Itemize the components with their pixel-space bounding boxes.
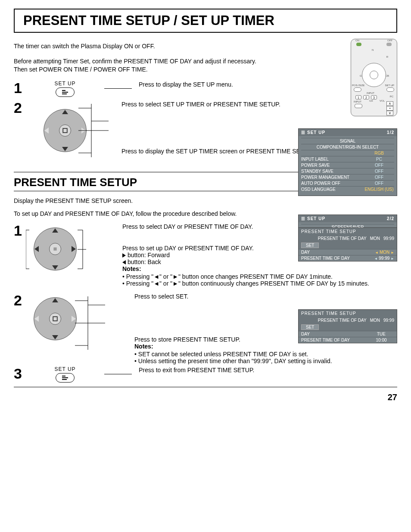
setup-button-graphic: SET UP	[33, 366, 97, 383]
panel-subheader: PRESENT TIME OF DAY MON 99:99	[299, 235, 397, 242]
pts-step-3: 3 SET UP Press to exit from PRESENT TIME…	[14, 366, 397, 383]
right-arrow-icon	[81, 128, 86, 134]
section2-intro-1: Display the PRESENT TIME SETUP screen.	[14, 197, 397, 204]
setup-button-icon	[56, 373, 75, 383]
menu-item: INPUT LABELPC	[301, 156, 394, 162]
up-arrow-icon	[62, 110, 68, 114]
panel-row: DAY ◄ MON ►	[299, 249, 397, 255]
input-button-icon	[355, 104, 362, 108]
step-number: 2	[14, 100, 26, 115]
page-title: PRESENT TIME SETUP / SET UP TIMER	[23, 13, 388, 28]
setup-menu-page-1: ☰SET UP 1/2 SIGNAL COMPONENT/RGB-IN SELE…	[298, 128, 397, 196]
step-number: 3	[14, 366, 26, 381]
setup-button-icon	[56, 87, 75, 97]
panel-row: PRESENT TIME OF DAY 10:00	[299, 337, 397, 343]
setup-button-graphic: SET UP	[33, 81, 97, 97]
divider	[14, 387, 397, 387]
panel-row: DAY TUE	[299, 331, 397, 337]
page-number: 27	[14, 392, 397, 402]
panel-subheader: PRESENT TIME OF DAY MON 99:99	[299, 317, 397, 324]
left-arrow-icon	[34, 316, 39, 322]
menu-item: POWER MANAGEMENTOFF	[301, 174, 394, 180]
left-chevron-icon: ◄	[374, 257, 378, 261]
notes-list: SET cannot be selected unless PRESENT TI…	[134, 351, 397, 364]
pts-block: 1 Press to select DAY or PRESENT	[14, 223, 397, 383]
panel-set-row: SET	[299, 242, 397, 249]
intro-text: The timer can switch the Plasma Display …	[14, 42, 397, 74]
menu-page-indicator: 1/2	[387, 130, 394, 135]
panel-set-row: SET	[299, 324, 397, 331]
down-arrow-icon	[62, 147, 68, 151]
step-number: 2	[14, 293, 26, 364]
left-arrow-icon	[44, 128, 49, 134]
panel-title: PRESENT TIME SETUP	[299, 310, 397, 317]
action-center-icon	[59, 124, 71, 137]
menu-icon: ☰	[301, 130, 305, 135]
nav-dial-icon	[39, 105, 91, 156]
down-arrow-icon	[52, 335, 58, 339]
right-chevron-icon: ►	[391, 257, 394, 261]
remote-illustration: ON OFF N R G CB POS./SIZE SET UP INPUT 1…	[351, 39, 397, 116]
pts-step-3-text: Press to exit from PRESENT TIME SETUP.	[139, 366, 397, 374]
menu-item: RGB	[301, 150, 394, 156]
dial-graphic	[33, 100, 97, 161]
action-center-icon	[49, 313, 61, 325]
panel-row: PRESENT TIME OF DAY ◄ 99:99 ►	[299, 255, 397, 261]
present-time-panel-1: PRESENT TIME SETUP PRESENT TIME OF DAY M…	[298, 227, 397, 261]
svg-rect-1	[53, 247, 56, 250]
leader-line-icon	[104, 88, 132, 89]
pos-size-button-icon	[354, 87, 361, 92]
right-arrow-icon	[72, 246, 76, 252]
right-triangle-icon	[122, 253, 126, 258]
menu-icon: ☰	[301, 216, 305, 221]
svg-rect-2	[53, 317, 57, 321]
off-led-icon	[386, 43, 392, 46]
intro-line-1: The timer can switch the Plasma Display …	[14, 42, 397, 50]
title-box: PRESENT TIME SETUP / SET UP TIMER	[14, 9, 397, 33]
menu-item: COMPONENT/RGB-IN SELECT	[301, 144, 394, 150]
remote-number-buttons: 1 2 3	[355, 95, 377, 100]
menu-item: SIGNAL	[301, 138, 394, 144]
down-arrow-icon	[52, 265, 58, 270]
note-item: Pressing "◄" or "►" button once changes …	[122, 273, 397, 280]
menu-item: OSD LANGUAGEENGLISH (US)	[301, 186, 394, 192]
nav-dial-icon	[29, 223, 81, 275]
svg-rect-0	[63, 128, 67, 133]
left-chevron-icon: ◄	[375, 251, 378, 255]
panel-title: PRESENT TIME SETUP	[299, 228, 397, 235]
vol-rocker-icon: ∧ + ∨	[386, 101, 393, 115]
menu-item: AUTO POWER OFFOFF	[301, 180, 394, 186]
step-number: 1	[14, 81, 26, 95]
step-number: 1	[14, 223, 26, 287]
setup-button-icon	[386, 87, 394, 92]
intro-line-2: Before attempting Timer Set, confirm the…	[14, 57, 397, 74]
menu-page-indicator: 2/2	[387, 216, 394, 221]
action-center-icon	[49, 243, 61, 255]
left-arrow-icon	[34, 246, 39, 252]
step-1-row: 1 SET UP Press to display the SET UP men…	[14, 81, 397, 97]
menu-item: POWER SAVEOFF	[301, 162, 394, 168]
nav-dial-icon	[29, 293, 81, 345]
nav-ring-icon	[362, 63, 386, 87]
up-arrow-icon	[52, 298, 58, 302]
note-item: SET cannot be selected unless PRESENT TI…	[134, 351, 397, 358]
left-triangle-icon	[122, 260, 126, 264]
notes-label: Notes:	[122, 265, 397, 272]
note-item: Unless setting the present time other th…	[134, 358, 397, 364]
note-item: Pressing "◄" or "►" button continuously …	[122, 280, 397, 287]
menu-item: STANDBY SAVEOFF	[301, 168, 394, 174]
notes-list: Pressing "◄" or "►" button once changes …	[122, 273, 397, 287]
right-arrow-icon	[72, 316, 76, 322]
present-time-panel-2: PRESENT TIME SETUP PRESENT TIME OF DAY M…	[298, 309, 397, 343]
up-arrow-icon	[52, 228, 58, 233]
on-led-icon	[356, 43, 361, 46]
top-block: The timer can switch the Plasma Display …	[14, 42, 397, 161]
notes-label: Notes:	[134, 343, 397, 350]
leader-line-icon	[104, 374, 132, 374]
right-chevron-icon: ►	[391, 251, 394, 255]
